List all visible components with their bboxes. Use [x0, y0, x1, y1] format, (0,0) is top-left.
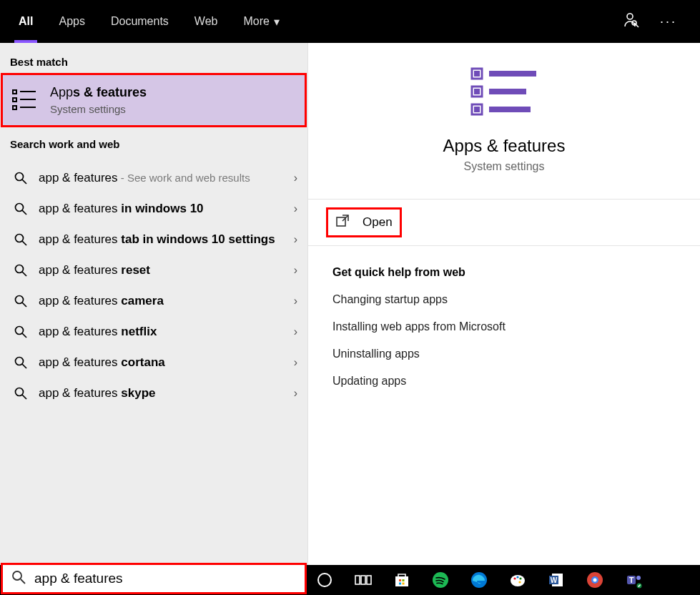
- svg-point-62: [13, 571, 21, 580]
- best-match-label: Best match: [0, 43, 307, 75]
- user-icon[interactable]: [623, 11, 640, 31]
- chevron-right-icon: ›: [294, 233, 297, 246]
- svg-rect-30: [474, 107, 480, 112]
- svg-point-19: [16, 327, 24, 335]
- detail-subtitle: System settings: [308, 160, 700, 173]
- taskbar-search-box[interactable]: [3, 565, 305, 592]
- svg-point-60: [636, 576, 641, 580]
- svg-point-13: [16, 235, 24, 242]
- svg-point-17: [16, 296, 24, 304]
- help-link[interactable]: Updating apps: [332, 375, 676, 388]
- svg-line-12: [22, 210, 26, 215]
- edge-icon[interactable]: [469, 570, 489, 590]
- search-input[interactable]: [34, 571, 296, 586]
- chevron-down-icon: ▾: [274, 15, 280, 29]
- svg-rect-3: [13, 90, 16, 94]
- svg-point-0: [627, 14, 633, 19]
- chevron-right-icon: ›: [294, 264, 297, 277]
- web-result[interactable]: app & features camera ›: [0, 286, 307, 317]
- chevron-right-icon: ›: [294, 202, 297, 215]
- detail-panel: Apps & features System settings Open Get…: [307, 43, 700, 565]
- search-icon: [13, 387, 29, 400]
- chevron-right-icon: ›: [294, 295, 297, 308]
- apps-features-icon: [11, 87, 37, 113]
- web-result[interactable]: app & features netflix ›: [0, 317, 307, 348]
- svg-point-57: [593, 579, 597, 582]
- svg-point-15: [16, 265, 24, 273]
- svg-rect-28: [474, 89, 480, 94]
- more-icon[interactable]: ···: [660, 14, 677, 29]
- svg-text:W: W: [551, 576, 558, 584]
- tab-apps[interactable]: Apps: [46, 0, 97, 43]
- web-result[interactable]: app & features skype ›: [0, 378, 307, 409]
- search-icon: [13, 202, 29, 215]
- svg-line-14: [22, 241, 26, 245]
- chrome-icon[interactable]: [585, 570, 605, 590]
- svg-point-50: [519, 577, 521, 579]
- search-work-web-label: Search work and web: [0, 125, 307, 157]
- web-result[interactable]: app & features in windows 10 ›: [0, 194, 307, 225]
- help-section-title: Get quick help from web: [332, 266, 676, 279]
- search-icon: [13, 264, 29, 277]
- chevron-right-icon: ›: [294, 387, 297, 400]
- tab-web[interactable]: Web: [182, 0, 231, 43]
- svg-rect-40: [395, 576, 408, 586]
- svg-rect-5: [13, 106, 16, 109]
- chevron-right-icon: ›: [294, 172, 297, 185]
- svg-rect-43: [399, 583, 401, 585]
- svg-line-16: [22, 272, 26, 276]
- svg-rect-42: [403, 579, 405, 581]
- paint-icon[interactable]: [508, 570, 528, 590]
- tab-all[interactable]: All: [6, 0, 46, 43]
- svg-line-63: [21, 579, 25, 584]
- web-result[interactable]: app & features cortana ›: [0, 348, 307, 378]
- svg-rect-37: [355, 576, 360, 584]
- svg-line-24: [22, 395, 26, 399]
- svg-point-49: [516, 576, 518, 578]
- web-result[interactable]: app & features - See work and web result…: [0, 163, 307, 194]
- task-view-icon[interactable]: [353, 570, 373, 590]
- cortana-icon[interactable]: [315, 570, 335, 590]
- best-match-subtitle: System settings: [50, 103, 147, 115]
- svg-point-36: [318, 574, 331, 586]
- chevron-right-icon: ›: [294, 356, 297, 369]
- svg-point-21: [16, 358, 24, 365]
- svg-point-9: [16, 173, 24, 181]
- microsoft-store-icon[interactable]: [392, 570, 412, 590]
- help-link[interactable]: Installing web apps from Microsoft: [332, 320, 676, 333]
- best-match-result[interactable]: Apps & features System settings: [3, 75, 305, 125]
- tab-documents[interactable]: Documents: [98, 0, 182, 43]
- open-button[interactable]: Open: [328, 210, 400, 235]
- help-link[interactable]: Changing startup apps: [332, 293, 676, 306]
- svg-rect-41: [399, 579, 401, 581]
- search-icon: [13, 233, 29, 246]
- svg-rect-44: [403, 583, 405, 585]
- svg-rect-38: [361, 576, 365, 584]
- search-icon: [13, 325, 29, 338]
- apps-features-large-icon: [308, 63, 700, 123]
- web-result[interactable]: app & features tab in windows 10 setting…: [0, 225, 307, 255]
- tab-more[interactable]: More▾: [230, 0, 292, 43]
- teams-icon[interactable]: T: [623, 570, 644, 590]
- svg-point-11: [16, 204, 24, 212]
- svg-point-48: [513, 577, 516, 579]
- results-panel: Best match Apps & features System settin…: [0, 43, 307, 565]
- svg-rect-26: [474, 71, 480, 77]
- svg-line-10: [22, 180, 26, 184]
- svg-text:T: T: [629, 576, 634, 584]
- detail-title: Apps & features: [308, 136, 700, 156]
- svg-rect-33: [489, 107, 531, 112]
- web-result[interactable]: app & features reset ›: [0, 255, 307, 286]
- search-icon: [11, 570, 26, 587]
- search-filter-tabs: All Apps Documents Web More▾ ···: [0, 0, 700, 43]
- spotify-icon[interactable]: [430, 570, 450, 590]
- word-icon[interactable]: W: [546, 570, 566, 590]
- help-link[interactable]: Uninstalling apps: [332, 348, 676, 360]
- svg-line-18: [22, 303, 26, 307]
- search-icon: [13, 172, 29, 185]
- open-icon: [335, 214, 350, 231]
- svg-rect-39: [367, 576, 371, 584]
- svg-point-23: [16, 388, 24, 396]
- svg-line-22: [22, 364, 26, 368]
- svg-rect-31: [489, 71, 536, 77]
